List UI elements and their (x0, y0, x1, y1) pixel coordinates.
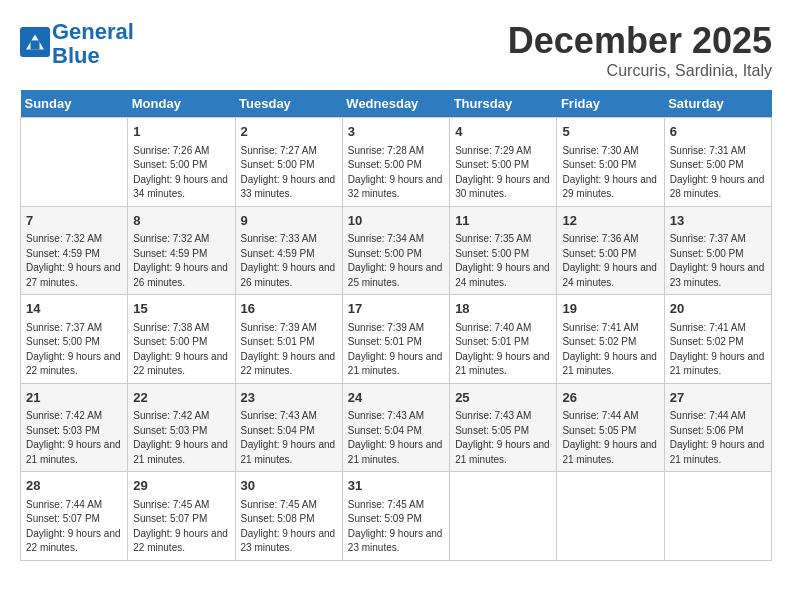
day-info: Sunrise: 7:36 AMSunset: 5:00 PMDaylight:… (562, 232, 658, 290)
day-number: 25 (455, 388, 551, 408)
column-header-wednesday: Wednesday (342, 90, 449, 118)
calendar-cell: 6Sunrise: 7:31 AMSunset: 5:00 PMDaylight… (664, 118, 771, 207)
day-number: 8 (133, 211, 229, 231)
day-info: Sunrise: 7:39 AMSunset: 5:01 PMDaylight:… (348, 321, 444, 379)
day-info: Sunrise: 7:35 AMSunset: 5:00 PMDaylight:… (455, 232, 551, 290)
day-number: 13 (670, 211, 766, 231)
day-info: Sunrise: 7:39 AMSunset: 5:01 PMDaylight:… (241, 321, 337, 379)
day-number: 22 (133, 388, 229, 408)
column-header-saturday: Saturday (664, 90, 771, 118)
day-number: 6 (670, 122, 766, 142)
page-header: General Blue December 2025 Curcuris, Sar… (20, 20, 772, 80)
day-number: 3 (348, 122, 444, 142)
calendar-cell: 12Sunrise: 7:36 AMSunset: 5:00 PMDayligh… (557, 206, 664, 295)
calendar-cell: 11Sunrise: 7:35 AMSunset: 5:00 PMDayligh… (450, 206, 557, 295)
day-number: 17 (348, 299, 444, 319)
day-info: Sunrise: 7:32 AMSunset: 4:59 PMDaylight:… (133, 232, 229, 290)
calendar-cell: 30Sunrise: 7:45 AMSunset: 5:08 PMDayligh… (235, 472, 342, 561)
calendar-cell: 9Sunrise: 7:33 AMSunset: 4:59 PMDaylight… (235, 206, 342, 295)
day-info: Sunrise: 7:43 AMSunset: 5:04 PMDaylight:… (241, 409, 337, 467)
day-info: Sunrise: 7:44 AMSunset: 5:06 PMDaylight:… (670, 409, 766, 467)
calendar-cell: 10Sunrise: 7:34 AMSunset: 5:00 PMDayligh… (342, 206, 449, 295)
calendar-cell: 3Sunrise: 7:28 AMSunset: 5:00 PMDaylight… (342, 118, 449, 207)
column-header-sunday: Sunday (21, 90, 128, 118)
day-number: 18 (455, 299, 551, 319)
day-info: Sunrise: 7:27 AMSunset: 5:00 PMDaylight:… (241, 144, 337, 202)
calendar-cell: 15Sunrise: 7:38 AMSunset: 5:00 PMDayligh… (128, 295, 235, 384)
calendar-cell (21, 118, 128, 207)
day-info: Sunrise: 7:32 AMSunset: 4:59 PMDaylight:… (26, 232, 122, 290)
day-info: Sunrise: 7:42 AMSunset: 5:03 PMDaylight:… (133, 409, 229, 467)
calendar-cell: 17Sunrise: 7:39 AMSunset: 5:01 PMDayligh… (342, 295, 449, 384)
day-info: Sunrise: 7:42 AMSunset: 5:03 PMDaylight:… (26, 409, 122, 467)
calendar-table: SundayMondayTuesdayWednesdayThursdayFrid… (20, 90, 772, 561)
day-number: 9 (241, 211, 337, 231)
calendar-cell: 31Sunrise: 7:45 AMSunset: 5:09 PMDayligh… (342, 472, 449, 561)
day-info: Sunrise: 7:45 AMSunset: 5:09 PMDaylight:… (348, 498, 444, 556)
day-info: Sunrise: 7:34 AMSunset: 5:00 PMDaylight:… (348, 232, 444, 290)
day-number: 31 (348, 476, 444, 496)
day-info: Sunrise: 7:41 AMSunset: 5:02 PMDaylight:… (670, 321, 766, 379)
day-number: 2 (241, 122, 337, 142)
day-number: 19 (562, 299, 658, 319)
calendar-cell: 8Sunrise: 7:32 AMSunset: 4:59 PMDaylight… (128, 206, 235, 295)
day-info: Sunrise: 7:45 AMSunset: 5:08 PMDaylight:… (241, 498, 337, 556)
column-header-thursday: Thursday (450, 90, 557, 118)
day-number: 29 (133, 476, 229, 496)
calendar-cell: 7Sunrise: 7:32 AMSunset: 4:59 PMDaylight… (21, 206, 128, 295)
day-number: 20 (670, 299, 766, 319)
day-info: Sunrise: 7:37 AMSunset: 5:00 PMDaylight:… (26, 321, 122, 379)
day-number: 1 (133, 122, 229, 142)
calendar-cell (664, 472, 771, 561)
day-info: Sunrise: 7:31 AMSunset: 5:00 PMDaylight:… (670, 144, 766, 202)
calendar-week-row: 28Sunrise: 7:44 AMSunset: 5:07 PMDayligh… (21, 472, 772, 561)
calendar-cell: 2Sunrise: 7:27 AMSunset: 5:00 PMDaylight… (235, 118, 342, 207)
calendar-cell: 29Sunrise: 7:45 AMSunset: 5:07 PMDayligh… (128, 472, 235, 561)
logo-line1: General (52, 19, 134, 44)
calendar-cell: 18Sunrise: 7:40 AMSunset: 5:01 PMDayligh… (450, 295, 557, 384)
title-block: December 2025 Curcuris, Sardinia, Italy (508, 20, 772, 80)
column-header-tuesday: Tuesday (235, 90, 342, 118)
calendar-cell: 13Sunrise: 7:37 AMSunset: 5:00 PMDayligh… (664, 206, 771, 295)
calendar-cell: 27Sunrise: 7:44 AMSunset: 5:06 PMDayligh… (664, 383, 771, 472)
calendar-cell: 26Sunrise: 7:44 AMSunset: 5:05 PMDayligh… (557, 383, 664, 472)
location: Curcuris, Sardinia, Italy (508, 62, 772, 80)
day-number: 15 (133, 299, 229, 319)
calendar-cell: 5Sunrise: 7:30 AMSunset: 5:00 PMDaylight… (557, 118, 664, 207)
logo: General Blue (20, 20, 134, 68)
day-number: 30 (241, 476, 337, 496)
day-number: 14 (26, 299, 122, 319)
day-number: 11 (455, 211, 551, 231)
calendar-week-row: 1Sunrise: 7:26 AMSunset: 5:00 PMDaylight… (21, 118, 772, 207)
calendar-cell (450, 472, 557, 561)
day-number: 27 (670, 388, 766, 408)
day-info: Sunrise: 7:37 AMSunset: 5:00 PMDaylight:… (670, 232, 766, 290)
day-info: Sunrise: 7:33 AMSunset: 4:59 PMDaylight:… (241, 232, 337, 290)
day-number: 5 (562, 122, 658, 142)
day-number: 24 (348, 388, 444, 408)
logo-icon (20, 27, 50, 57)
day-number: 16 (241, 299, 337, 319)
month-title: December 2025 (508, 20, 772, 62)
calendar-cell (557, 472, 664, 561)
day-number: 26 (562, 388, 658, 408)
day-number: 21 (26, 388, 122, 408)
calendar-cell: 1Sunrise: 7:26 AMSunset: 5:00 PMDaylight… (128, 118, 235, 207)
day-info: Sunrise: 7:45 AMSunset: 5:07 PMDaylight:… (133, 498, 229, 556)
day-number: 12 (562, 211, 658, 231)
calendar-cell: 16Sunrise: 7:39 AMSunset: 5:01 PMDayligh… (235, 295, 342, 384)
calendar-cell: 20Sunrise: 7:41 AMSunset: 5:02 PMDayligh… (664, 295, 771, 384)
calendar-cell: 14Sunrise: 7:37 AMSunset: 5:00 PMDayligh… (21, 295, 128, 384)
day-info: Sunrise: 7:43 AMSunset: 5:04 PMDaylight:… (348, 409, 444, 467)
day-info: Sunrise: 7:29 AMSunset: 5:00 PMDaylight:… (455, 144, 551, 202)
calendar-cell: 25Sunrise: 7:43 AMSunset: 5:05 PMDayligh… (450, 383, 557, 472)
calendar-cell: 21Sunrise: 7:42 AMSunset: 5:03 PMDayligh… (21, 383, 128, 472)
calendar-cell: 4Sunrise: 7:29 AMSunset: 5:00 PMDaylight… (450, 118, 557, 207)
calendar-cell: 22Sunrise: 7:42 AMSunset: 5:03 PMDayligh… (128, 383, 235, 472)
column-header-monday: Monday (128, 90, 235, 118)
calendar-cell: 19Sunrise: 7:41 AMSunset: 5:02 PMDayligh… (557, 295, 664, 384)
calendar-cell: 23Sunrise: 7:43 AMSunset: 5:04 PMDayligh… (235, 383, 342, 472)
day-number: 28 (26, 476, 122, 496)
calendar-header-row: SundayMondayTuesdayWednesdayThursdayFrid… (21, 90, 772, 118)
day-info: Sunrise: 7:30 AMSunset: 5:00 PMDaylight:… (562, 144, 658, 202)
